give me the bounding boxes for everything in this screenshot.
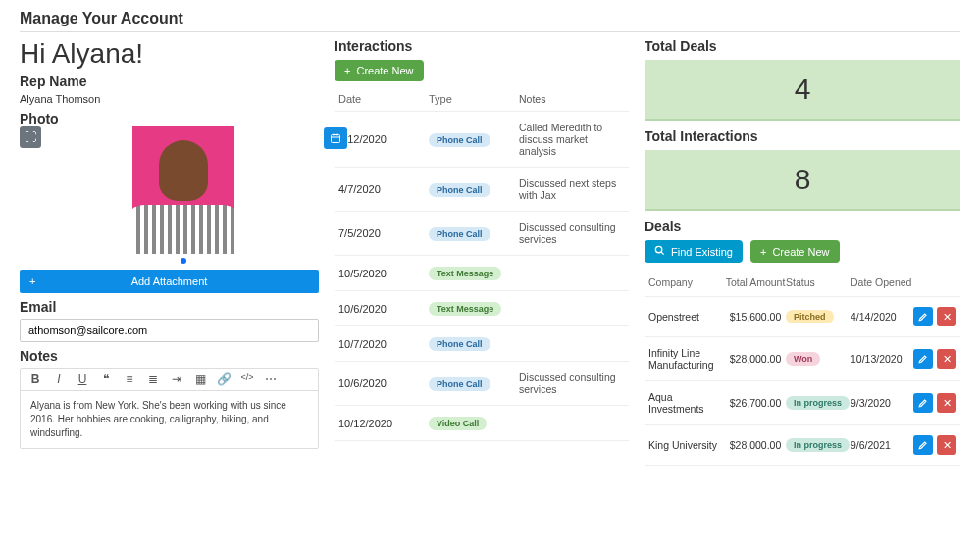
delete-deal-button[interactable]: ✕	[937, 307, 956, 326]
type-badge: Phone Call	[429, 377, 490, 391]
interaction-row[interactable]: 10/5/2020Text Message	[335, 256, 629, 291]
type-badge: Phone Call	[429, 183, 490, 197]
plus-icon: +	[29, 275, 35, 287]
deal-date: 4/14/2020	[851, 311, 913, 323]
indent-icon[interactable]: ⇥	[168, 372, 185, 386]
deal-row[interactable]: King University$28,000.00In progress9/6/…	[645, 425, 960, 466]
rep-name-value: Alyana Thomson	[20, 93, 319, 105]
status-badge: Pitched	[786, 310, 834, 323]
interaction-row[interactable]: 7/5/2020Phone CallDiscussed consulting s…	[335, 212, 629, 256]
greeting-heading: Hi Alyana!	[20, 38, 319, 70]
quote-icon[interactable]: ❝	[97, 372, 115, 386]
deal-row[interactable]: Openstreet$15,600.00Pitched4/14/2020✕	[645, 297, 960, 337]
right-column: Total Deals 4 Total Interactions 8 Deals…	[645, 38, 960, 466]
page-title: Manage Your Account	[20, 10, 960, 32]
add-attachment-label: Add Attachment	[131, 275, 208, 287]
deal-status: Won	[786, 352, 851, 366]
delete-deal-button[interactable]: ✕	[937, 349, 956, 369]
col-date: Date	[338, 93, 429, 105]
svg-point-4	[655, 246, 661, 252]
interactions-title: Interactions	[335, 38, 629, 54]
deal-status: Pitched	[786, 310, 851, 323]
plus-icon: +	[344, 65, 350, 76]
deal-amount: $28,000.00	[725, 353, 786, 365]
interaction-type: Phone Call	[429, 226, 519, 241]
carousel-dot-icon[interactable]	[181, 258, 186, 264]
rep-photo[interactable]	[132, 126, 234, 254]
notes-label: Notes	[20, 348, 319, 364]
type-badge: Phone Call	[429, 337, 490, 351]
code-icon[interactable]: </>	[238, 372, 256, 386]
photo-label: Photo	[20, 111, 319, 126]
bold-icon[interactable]: B	[26, 372, 44, 386]
interaction-row[interactable]: 10/6/2020Text Message	[335, 291, 629, 326]
interaction-row[interactable]: 10/6/2020Phone CallDiscussed consulting …	[335, 362, 629, 406]
interaction-type: Text Message	[429, 301, 519, 316]
svg-rect-0	[332, 135, 340, 143]
deal-date: 9/3/2020	[851, 397, 913, 409]
edit-deal-button[interactable]	[913, 307, 933, 326]
search-icon	[654, 245, 665, 258]
deal-amount: $26,700.00	[725, 397, 786, 409]
col-company: Company	[648, 276, 725, 288]
table-icon[interactable]: ▦	[191, 372, 209, 386]
total-interactions-label: Total Interactions	[645, 128, 960, 144]
deal-amount: $15,600.00	[725, 311, 786, 323]
notes-editor: B I U ❝ ≡ ≣ ⇥ ▦ 🔗 </> ⋯ Alyana is from N…	[20, 368, 319, 449]
add-attachment-button[interactable]: + Add Attachment	[20, 270, 319, 293]
type-badge: Text Message	[429, 267, 501, 280]
interaction-row[interactable]: 10/12/2020Video Call	[335, 406, 629, 441]
deal-row[interactable]: Infinity Line Manufacturing$28,000.00Won…	[645, 337, 960, 381]
left-column: Hi Alyana! Rep Name Alyana Thomson Photo…	[20, 38, 319, 466]
create-deal-button[interactable]: + Create New	[750, 240, 840, 263]
deal-status: In progress	[786, 438, 851, 452]
rep-name-label: Rep Name	[20, 74, 319, 89]
unordered-list-icon[interactable]: ≣	[144, 372, 162, 386]
email-field[interactable]	[20, 319, 319, 342]
edit-deal-button[interactable]	[913, 435, 933, 455]
resize-icon[interactable]: ⛶	[20, 126, 41, 148]
ordered-list-icon[interactable]: ≡	[121, 372, 138, 386]
edit-deal-button[interactable]	[913, 349, 933, 369]
edit-deal-button[interactable]	[913, 393, 933, 413]
interaction-row[interactable]: 8/12/2020Phone CallCalled Meredith to di…	[335, 112, 629, 168]
status-badge: In progress	[786, 438, 850, 452]
interaction-date: 10/6/2020	[338, 303, 429, 315]
deals-title: Deals	[645, 219, 960, 234]
plus-icon: +	[760, 246, 766, 258]
interaction-date: 10/5/2020	[338, 268, 429, 279]
deal-row[interactable]: Aqua Investments$26,700.00In progress9/3…	[645, 381, 960, 425]
find-existing-label: Find Existing	[671, 246, 733, 258]
notes-content[interactable]: Alyana is from New York. She's been work…	[21, 391, 318, 448]
total-deals-label: Total Deals	[645, 38, 960, 54]
calendar-icon[interactable]	[324, 127, 347, 149]
delete-deal-button[interactable]: ✕	[937, 435, 956, 455]
interaction-date: 8/12/2020	[338, 133, 429, 145]
deal-company: Aqua Investments	[648, 391, 725, 415]
italic-icon[interactable]: I	[50, 372, 68, 386]
deal-status: In progress	[786, 396, 851, 410]
interaction-notes: Discussed consulting services	[519, 372, 625, 395]
interaction-type: Phone Call	[429, 336, 519, 351]
col-notes: Notes	[519, 93, 625, 105]
interaction-date: 4/7/2020	[338, 183, 429, 195]
col-type: Type	[429, 93, 519, 105]
interaction-row[interactable]: 10/7/2020Phone Call	[335, 326, 629, 362]
interaction-row[interactable]: 4/7/2020Phone CallDiscussed next steps w…	[335, 168, 629, 212]
underline-icon[interactable]: U	[74, 372, 91, 386]
type-badge: Phone Call	[429, 133, 490, 147]
col-amount: Total Amount	[725, 276, 786, 288]
create-interaction-button[interactable]: + Create New	[335, 60, 424, 81]
interaction-notes: Called Meredith to discuss market analys…	[519, 122, 625, 157]
link-icon[interactable]: 🔗	[215, 372, 232, 386]
interaction-date: 10/12/2020	[338, 418, 429, 429]
interaction-date: 7/5/2020	[338, 227, 429, 239]
interaction-date: 10/6/2020	[338, 377, 429, 389]
find-existing-button[interactable]: Find Existing	[645, 240, 743, 263]
type-badge: Text Message	[429, 302, 501, 316]
col-status: Status	[786, 276, 851, 288]
deals-header-row: Company Total Amount Status Date Opened	[645, 269, 960, 297]
create-deal-label: Create New	[772, 246, 829, 258]
delete-deal-button[interactable]: ✕	[937, 393, 956, 413]
more-icon[interactable]: ⋯	[262, 372, 280, 386]
